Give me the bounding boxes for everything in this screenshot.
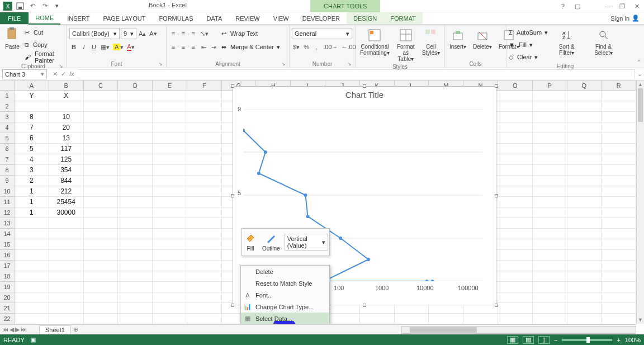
comma-format-icon[interactable]: , [312,42,321,52]
bold-button[interactable]: B [69,42,78,52]
cell[interactable] [49,292,84,303]
cell[interactable]: Y [15,91,49,101]
cell[interactable] [118,186,153,197]
view-normal-icon[interactable]: ▦ [507,336,518,344]
cell[interactable]: 2 [15,176,49,186]
merge-center-button[interactable]: ⬌ Merge & Center ▾ [221,41,280,53]
cell[interactable] [84,122,119,133]
sheet-nav-last-icon[interactable]: ⏭ [21,326,27,333]
cell[interactable]: 5 [15,144,49,154]
cell[interactable] [498,207,533,218]
column-header[interactable]: E [153,81,187,90]
column-header[interactable]: A [15,81,49,90]
cell[interactable] [15,261,49,271]
cell[interactable] [602,133,636,144]
cell[interactable] [498,292,533,303]
column-header[interactable]: B [49,81,84,90]
cell[interactable] [533,250,567,261]
vscroll-thumb[interactable] [638,88,643,122]
cell[interactable] [533,303,567,314]
cell[interactable] [153,186,187,197]
cell[interactable] [602,218,636,229]
cell[interactable] [463,314,498,324]
number-dialog-launcher[interactable]: ↘ [347,61,352,67]
cell[interactable] [118,91,153,101]
redo-icon[interactable]: ↷ [40,2,49,11]
cell[interactable] [602,303,636,314]
scroll-down-icon[interactable]: ▼ [637,316,644,324]
cell[interactable] [84,207,119,218]
cell[interactable] [498,154,533,165]
alignment-dialog-launcher[interactable]: ↘ [281,61,286,67]
border-button[interactable]: ▦▾ [100,42,111,52]
cell[interactable] [49,282,84,292]
mini-element-combo[interactable]: Vertical (Value)▾ [285,234,328,251]
cell[interactable] [567,250,602,261]
column-header[interactable]: P [533,81,567,90]
cell[interactable] [49,303,84,314]
cell[interactable] [498,122,533,133]
cell[interactable] [533,314,567,324]
cell[interactable] [533,165,567,176]
cell[interactable] [498,112,533,122]
cell[interactable] [533,122,567,133]
autosum-button[interactable]: Σ AutoSum ▾ [509,27,548,38]
cell[interactable] [325,314,360,324]
cell[interactable] [118,282,153,292]
cell[interactable] [84,154,119,165]
decrease-decimal-icon[interactable]: ←.00 [340,42,357,52]
enter-formula-icon[interactable]: ✓ [61,70,66,78]
cell[interactable] [84,101,119,112]
cell[interactable] [49,271,84,282]
percent-format-icon[interactable]: % [302,42,311,52]
cell[interactable] [567,133,602,144]
cell[interactable] [567,165,602,176]
context-menu-item[interactable]: AFont... [241,289,329,301]
row-header[interactable]: 17 [0,261,14,271]
tab-design[interactable]: DESIGN [347,12,383,24]
tab-data[interactable]: DATA [200,12,229,24]
align-middle-icon[interactable]: ≡ [179,29,188,39]
cell[interactable] [567,186,602,197]
formula-input[interactable] [78,69,635,79]
sheet-tab-sheet1[interactable]: Sheet1 [39,325,71,334]
increase-font-icon[interactable]: A▴ [138,29,147,39]
cell[interactable] [187,239,222,250]
cell[interactable] [187,165,222,176]
cell[interactable] [567,239,602,250]
cell[interactable] [533,271,567,282]
cell[interactable] [15,292,49,303]
save-icon[interactable] [16,2,25,11]
cell[interactable] [118,133,153,144]
cell[interactable] [533,229,567,239]
cell[interactable] [533,261,567,271]
cell[interactable] [533,239,567,250]
cell[interactable] [153,229,187,239]
column-header[interactable]: F [187,81,222,90]
cell[interactable]: 13 [49,133,84,144]
align-center-icon[interactable]: ≡ [179,42,188,52]
select-all-corner[interactable] [0,81,15,91]
cell[interactable] [187,261,222,271]
zoom-slider[interactable] [562,339,612,341]
cell[interactable] [118,292,153,303]
name-box[interactable]: Chart 3▾ [2,69,47,79]
cell[interactable] [49,239,84,250]
cell[interactable] [84,229,119,239]
row-header[interactable]: 19 [0,282,14,292]
increase-indent-icon[interactable]: ⇥ [209,42,218,52]
cell[interactable] [533,154,567,165]
cell[interactable] [602,122,636,133]
cell[interactable]: 10 [49,112,84,122]
insert-function-icon[interactable]: fx [69,70,74,78]
cell[interactable] [187,292,222,303]
cell[interactable] [118,239,153,250]
cell[interactable] [395,314,429,324]
close-button[interactable]: ✕ [629,0,644,12]
italic-button[interactable]: I [79,42,88,52]
copy-button[interactable]: ⧉ Copy [25,39,64,50]
cell[interactable] [118,197,153,207]
row-header[interactable]: 20 [0,292,14,303]
restore-button[interactable]: ❐ [615,0,629,12]
cell[interactable] [567,218,602,229]
